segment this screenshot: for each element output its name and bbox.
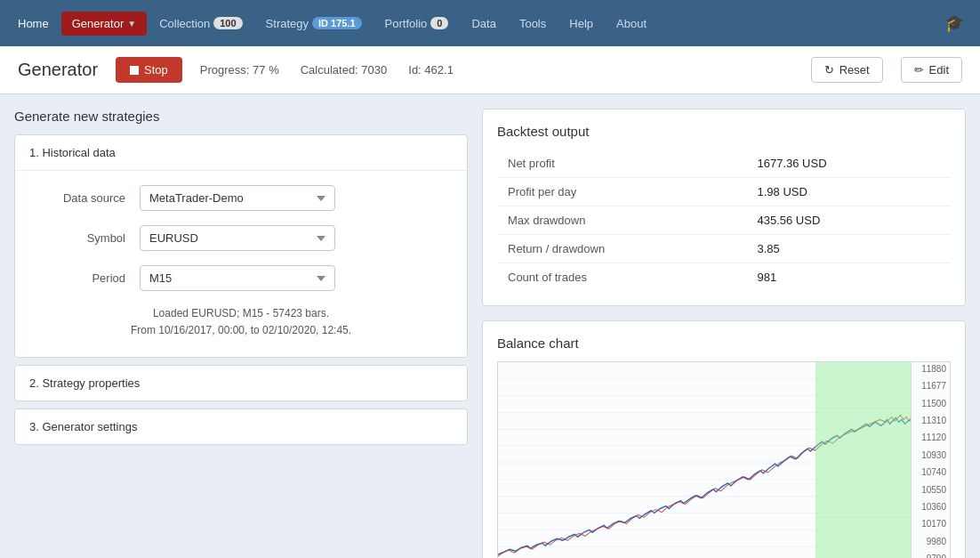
y-axis-label: 11677	[915, 381, 946, 391]
nav-data-label: Data	[471, 17, 495, 30]
symbol-row: Symbol EURUSD	[33, 225, 449, 251]
loaded-line2: From 10/16/2017, 00:00, to 02/10/2020, 1…	[33, 322, 449, 339]
calculated-info: Calculated: 7030	[301, 63, 388, 77]
chevron-down-icon: ▼	[127, 19, 136, 28]
strategy-badge: ID 175.1	[312, 17, 362, 29]
stop-button[interactable]: Stop	[116, 57, 182, 83]
edit-icon: ✏	[914, 63, 924, 77]
nav-tools-label: Tools	[519, 17, 546, 30]
strategy-props-header[interactable]: 2. Strategy properties	[15, 366, 467, 400]
data-source-select[interactable]: MetaTrader-Demo	[140, 185, 335, 211]
data-source-label: Data source	[33, 191, 140, 205]
metric-value: 1677.36 USD	[747, 150, 952, 178]
balance-section: Balance chart	[482, 320, 966, 558]
main-content: Generate new strategies 1. Historical da…	[0, 94, 980, 558]
metric-label: Net profit	[497, 150, 747, 178]
historical-header[interactable]: 1. Historical data	[15, 135, 467, 170]
graduation-cap-icon[interactable]: 🎓	[936, 8, 973, 38]
historical-body: Data source MetaTrader-Demo Symbol EURUS…	[15, 170, 467, 357]
nav-strategy[interactable]: Strategy ID 175.1	[255, 12, 373, 36]
generator-settings-header[interactable]: 3. Generator settings	[15, 409, 467, 444]
backtest-section: Backtest output Net profit1677.36 USDPro…	[482, 109, 966, 306]
period-label: Period	[33, 271, 140, 285]
y-axis-label: 10930	[915, 450, 946, 460]
metric-label: Count of trades	[497, 263, 747, 292]
chart-area	[498, 362, 911, 558]
y-axis-label: 10550	[915, 485, 946, 495]
metric-label: Return / drawdown	[497, 235, 747, 263]
metric-row: Net profit1677.36 USD	[497, 150, 951, 178]
backtest-title: Backtest output	[497, 124, 951, 139]
reset-button[interactable]: ↻ Reset	[811, 57, 883, 83]
y-axis-label: 11310	[915, 416, 946, 425]
metric-label: Profit per day	[497, 178, 747, 206]
page-title: Generator	[18, 60, 98, 80]
nav-collection[interactable]: Collection 100	[149, 12, 253, 36]
edit-label: Edit	[929, 63, 949, 77]
reset-label: Reset	[839, 63, 870, 77]
reset-icon: ↻	[824, 63, 834, 77]
stop-label: Stop	[144, 63, 168, 77]
nav-generator[interactable]: Generator ▼	[61, 12, 147, 36]
nav-portfolio-label: Portfolio	[385, 17, 428, 30]
metric-value: 1.98 USD	[747, 178, 952, 206]
y-axis-label: 11880	[915, 364, 946, 374]
nav-portfolio[interactable]: Portfolio 0	[374, 12, 460, 36]
chart-container: 1188011677115001131011120109301074010550…	[497, 361, 951, 558]
historical-accordion: 1. Historical data Data source MetaTrade…	[14, 134, 468, 358]
nav-generator-label: Generator	[72, 17, 125, 30]
nav-help-label: Help	[569, 17, 593, 30]
toolbar-info: Progress: 77 % Calculated: 7030 Id: 462.…	[200, 63, 454, 77]
metric-value: 435.56 USD	[747, 206, 952, 235]
y-axis-label: 10740	[915, 467, 946, 477]
nav-data[interactable]: Data	[461, 12, 506, 36]
strategy-props-accordion: 2. Strategy properties	[14, 365, 468, 401]
nav-tools[interactable]: Tools	[509, 12, 557, 36]
toolbar: Generator Stop Progress: 77 % Calculated…	[0, 46, 980, 94]
nav-about-label: About	[616, 17, 647, 30]
symbol-select[interactable]: EURUSD	[140, 225, 335, 251]
metric-row: Profit per day1.98 USD	[497, 178, 951, 206]
y-axis-label: 9980	[915, 537, 946, 546]
right-panel: Backtest output Net profit1677.36 USDPro…	[482, 109, 966, 558]
data-source-row: Data source MetaTrader-Demo	[33, 185, 449, 211]
nav-about[interactable]: About	[606, 12, 657, 36]
generator-settings-accordion: 3. Generator settings	[14, 408, 468, 445]
y-axis-label: 11120	[915, 433, 946, 442]
symbol-label: Symbol	[33, 231, 140, 245]
nav-help[interactable]: Help	[558, 12, 604, 36]
metric-row: Count of trades981	[497, 263, 951, 292]
y-axis-label: 11500	[915, 399, 946, 408]
progress-info: Progress: 77 %	[200, 63, 279, 77]
chart-y-axis: 1188011677115001131011120109301074010550…	[911, 362, 950, 558]
metric-label: Max drawdown	[497, 206, 747, 235]
id-info: Id: 462.1	[408, 63, 454, 77]
collection-badge: 100	[213, 17, 242, 29]
section-title: Generate new strategies	[14, 109, 468, 124]
nav-collection-label: Collection	[159, 17, 210, 30]
balance-title: Balance chart	[497, 336, 951, 351]
stop-icon	[130, 66, 139, 75]
period-row: Period M15	[33, 265, 449, 291]
loaded-info: Loaded EURUSD; M15 - 57423 bars. From 10…	[33, 305, 449, 339]
portfolio-badge: 0	[430, 17, 448, 29]
metrics-table: Net profit1677.36 USDProfit per day1.98 …	[497, 150, 951, 291]
metric-value: 3.85	[747, 235, 952, 263]
y-axis-label: 10170	[915, 519, 946, 529]
y-axis-label: 10360	[915, 502, 946, 512]
nav-home[interactable]: Home	[7, 12, 60, 36]
edit-button[interactable]: ✏ Edit	[901, 57, 962, 83]
nav-strategy-label: Strategy	[266, 17, 309, 30]
y-axis-label: 9790	[915, 554, 946, 558]
metric-row: Return / drawdown3.85	[497, 235, 951, 263]
period-select[interactable]: M15	[140, 265, 335, 291]
metric-value: 981	[747, 263, 952, 292]
balance-chart-svg	[498, 362, 911, 558]
metric-row: Max drawdown435.56 USD	[497, 206, 951, 235]
left-panel: Generate new strategies 1. Historical da…	[14, 109, 468, 558]
loaded-line1: Loaded EURUSD; M15 - 57423 bars.	[33, 305, 449, 322]
navbar: Home Generator ▼ Collection 100 Strategy…	[0, 0, 980, 46]
